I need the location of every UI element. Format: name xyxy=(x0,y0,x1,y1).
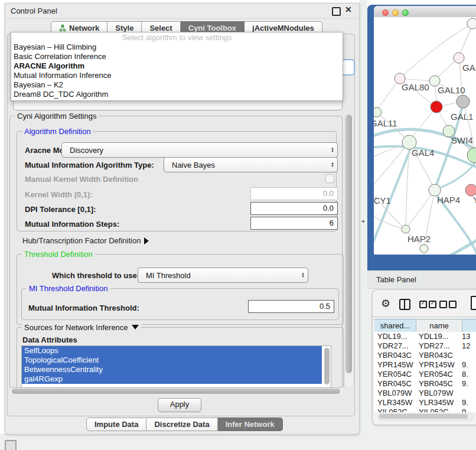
table-rows: YDL19...YDL19...13YDR27...YDR27...12YBR0… xyxy=(374,332,476,412)
table-settings-gear-icon[interactable]: ⚙ xyxy=(381,297,390,310)
dpi-tolerance-field[interactable]: 0.0 xyxy=(250,202,338,215)
table-cell: YER054C xyxy=(416,370,460,379)
tab-impute-data[interactable]: Impute Data xyxy=(86,418,146,431)
tab-network-label: Network xyxy=(69,24,99,32)
network-node[interactable] xyxy=(420,244,428,253)
toolbar-divider xyxy=(373,317,476,317)
table-row[interactable]: YLR345WYLR345W9. xyxy=(374,398,476,407)
mi-threshold-field[interactable]: 0.5 xyxy=(248,300,334,313)
manual-kernel-checkbox[interactable] xyxy=(325,174,334,183)
network-node[interactable] xyxy=(372,107,382,117)
table-cell: YDR27... xyxy=(374,341,416,351)
table-cell: YBL079W xyxy=(374,389,416,398)
collapsed-panel-button[interactable] xyxy=(5,440,17,450)
mi-threshold-group-title: MI Threshold Definition xyxy=(27,284,110,293)
table-row[interactable]: YER054CYER054C8. xyxy=(374,370,476,379)
deselect-all-checkboxes-icon[interactable] xyxy=(439,301,457,308)
which-threshold-label: Which threshold to use: xyxy=(52,271,139,280)
network-node[interactable] xyxy=(454,53,464,63)
tab-discretize-data[interactable]: Discretize Data xyxy=(146,418,217,431)
network-edge[interactable] xyxy=(449,239,476,256)
hub-definition-label: Hub/Transcription Factor Definition xyxy=(22,236,141,245)
table-cell: 12 xyxy=(460,341,471,351)
table-cell: YPR145W xyxy=(416,360,460,370)
tab-infer-network[interactable]: Infer Network xyxy=(218,418,283,431)
hub-definition-expander[interactable]: Hub/Transcription Factor Definition xyxy=(22,236,149,245)
data-attributes-label: Data Attributes xyxy=(22,335,77,344)
aracne-mode-combo[interactable]: Discovery ▲▼ xyxy=(61,142,338,158)
table-cell: YDR27... xyxy=(416,341,460,351)
attribute-item[interactable]: TopologicalCoefficient xyxy=(22,356,322,365)
table-cell: YLR345W xyxy=(374,398,416,407)
header-divider xyxy=(5,18,358,19)
tab-jactivemnodules-label: jActiveMNodules xyxy=(252,24,314,32)
dropdown-item[interactable]: Dream8 DC_TDC Algorithm xyxy=(11,90,343,99)
dropdown-item[interactable]: Bayesian – Hill Climbing xyxy=(11,43,343,52)
which-threshold-combo[interactable]: MI Threshold ▲▼ xyxy=(138,268,308,283)
mi-type-value: Naive Bayes xyxy=(164,161,328,169)
mi-steps-field[interactable]: 6 xyxy=(250,217,338,230)
network-node[interactable] xyxy=(429,184,441,196)
settings-hscrollbar-thumb[interactable] xyxy=(12,389,340,394)
collapse-down-icon[interactable] xyxy=(132,325,139,330)
attribute-item[interactable]: SelfLoops xyxy=(22,346,322,356)
settings-vscrollbar-thumb[interactable] xyxy=(345,115,352,373)
tab-infer-network-label: Infer Network xyxy=(226,420,275,429)
table-row[interactable]: YBL079WYBL079W xyxy=(374,389,476,398)
network-edge[interactable] xyxy=(439,163,475,188)
export-table-icon[interactable] xyxy=(471,296,476,310)
network-node-label: HAP2 xyxy=(407,234,431,244)
table-hscrollbar-thumb[interactable] xyxy=(379,414,468,419)
table-row[interactable]: YBR043CYBR043C xyxy=(374,351,476,360)
table-cell: 9. xyxy=(460,379,471,389)
table-row[interactable]: YIL052CYIL052C9 xyxy=(374,407,476,412)
close-panel-button[interactable]: ✕ xyxy=(345,5,352,14)
network-node[interactable] xyxy=(467,148,476,163)
network-node[interactable] xyxy=(367,184,373,194)
network-edge[interactable] xyxy=(367,177,368,187)
table-cell: YER054C xyxy=(374,370,416,379)
panel-divider[interactable] xyxy=(359,0,367,450)
threshold-definition-title: Threshold Definition xyxy=(22,250,95,259)
settings-group-title: Cyni Algorithm Settings xyxy=(15,112,99,120)
network-edge[interactable] xyxy=(400,25,470,79)
network-node[interactable] xyxy=(467,18,476,29)
table-row[interactable]: YBR045CYBR045C9. xyxy=(374,379,476,389)
table-cell: YLR345W xyxy=(416,398,460,407)
network-node-label: GAL4 xyxy=(412,148,434,158)
network-node[interactable] xyxy=(465,184,476,196)
dropdown-item-selected[interactable]: ARACNE Algorithm xyxy=(11,61,343,71)
attribute-item[interactable]: gal4RGexp xyxy=(22,374,322,384)
dropdown-item[interactable]: Basic Correlation Inference xyxy=(11,52,343,61)
table-row[interactable]: YDL19...YDL19...13 xyxy=(374,332,476,341)
manual-kernel-label: Manual Kernel Width Definition xyxy=(25,175,138,184)
network-node[interactable] xyxy=(431,101,442,113)
bottom-left-background xyxy=(0,433,359,450)
table-cell xyxy=(460,389,471,398)
network-edge[interactable] xyxy=(408,190,435,226)
table-row[interactable]: YDR27...YDR27...12 xyxy=(374,341,476,351)
kernel-width-field[interactable]: 0.0 xyxy=(250,187,338,200)
network-node[interactable] xyxy=(457,95,470,108)
table-row[interactable]: YPR145WYPR145W9. xyxy=(374,360,476,370)
mi-type-combo[interactable]: Naive Bayes ▲▼ xyxy=(164,157,338,172)
table-cell: 9. xyxy=(460,398,471,407)
float-window-button[interactable] xyxy=(332,7,341,16)
network-node[interactable] xyxy=(402,225,410,233)
apply-button[interactable]: Apply xyxy=(158,398,201,412)
select-all-checkboxes-icon[interactable] xyxy=(419,301,436,308)
table-cell: YBR043C xyxy=(416,351,460,360)
network-node-label: GAL11 xyxy=(370,118,397,128)
table-cell: YIL052C xyxy=(374,407,416,412)
column-header-clipped[interactable] xyxy=(462,319,476,332)
table-cell: YDL19... xyxy=(374,332,416,341)
split-columns-icon[interactable] xyxy=(399,299,410,310)
network-node-label: GAL1 xyxy=(451,112,473,122)
attributes-list-scrollbar[interactable] xyxy=(324,348,330,384)
dropdown-item[interactable]: Mutual Information Inference xyxy=(11,71,343,80)
column-header-name[interactable]: name xyxy=(416,319,462,332)
column-header-shared-name[interactable]: shared... xyxy=(374,319,416,332)
attribute-item[interactable]: BetweennessCentrality xyxy=(22,365,322,374)
divider-collapse-icon[interactable]: ◂ xyxy=(361,218,364,224)
dropdown-item[interactable]: Bayesian – K2 xyxy=(11,80,343,90)
